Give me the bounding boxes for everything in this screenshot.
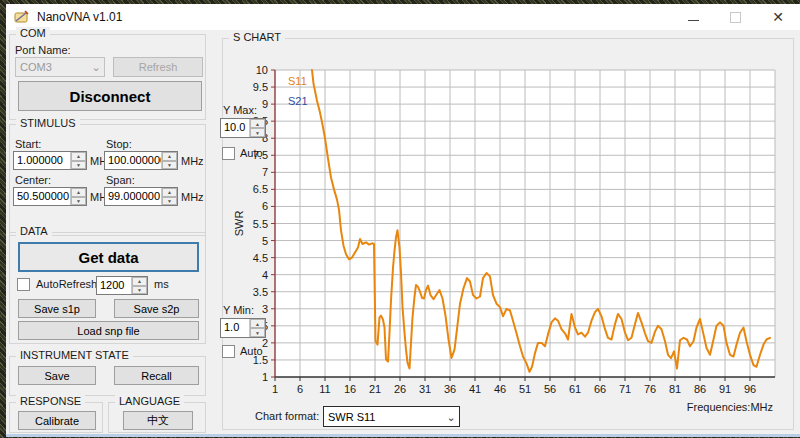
- spin-down-icon[interactable]: ▼: [132, 286, 147, 295]
- spin-up-icon[interactable]: ▲: [250, 119, 265, 128]
- svg-text:4: 4: [262, 269, 268, 281]
- svg-text:S11: S11: [288, 75, 307, 87]
- span-spinner[interactable]: 99.000000 ▲▼: [104, 187, 178, 206]
- svg-text:86: 86: [694, 383, 706, 395]
- interval-value[interactable]: 1200: [97, 277, 131, 294]
- span-label: Span:: [106, 174, 135, 186]
- language-group-label: LANGUAGE: [115, 395, 184, 407]
- spin-down-icon[interactable]: ▼: [162, 197, 177, 206]
- svg-text:6.5: 6.5: [253, 183, 268, 195]
- language-group: LANGUAGE 中文: [108, 402, 206, 433]
- calibrate-button-label: Calibrate: [35, 415, 79, 427]
- interval-unit-label: ms: [154, 278, 169, 290]
- window-title: NanoVNA v1.01: [37, 10, 122, 24]
- y-max-spinner[interactable]: 10.0 ▲▼: [220, 118, 266, 138]
- state-recall-button[interactable]: Recall: [114, 366, 199, 385]
- y-max-value[interactable]: 10.0: [221, 119, 249, 137]
- svg-text:71: 71: [619, 383, 631, 395]
- svg-text:9: 9: [262, 98, 268, 110]
- language-button[interactable]: 中文: [123, 411, 193, 430]
- svg-text:76: 76: [644, 383, 656, 395]
- svg-text:51: 51: [519, 383, 531, 395]
- center-value[interactable]: 50.500000: [14, 188, 70, 205]
- spin-up-icon[interactable]: ▲: [162, 152, 177, 161]
- spin-up-icon[interactable]: ▲: [132, 277, 147, 286]
- port-select-value: COM3: [16, 61, 88, 73]
- y-max-auto-checkbox[interactable]: [222, 147, 235, 160]
- get-data-button-label: Get data: [78, 249, 138, 266]
- interval-spinner[interactable]: 1200 ▲▼: [96, 276, 148, 295]
- chart-format-select[interactable]: SWR S11 ⌄: [323, 406, 460, 427]
- maximize-icon: [730, 12, 741, 23]
- spin-up-icon[interactable]: ▲: [250, 319, 265, 328]
- response-group: RESPONSE Calibrate: [9, 402, 103, 433]
- spin-down-icon[interactable]: ▼: [71, 161, 86, 170]
- close-icon: ✕: [772, 9, 784, 25]
- y-min-spinner[interactable]: 1.0 ▲▼: [220, 318, 266, 338]
- svg-text:3.5: 3.5: [253, 286, 268, 298]
- spin-up-icon[interactable]: ▲: [71, 152, 86, 161]
- state-save-button[interactable]: Save: [18, 366, 96, 385]
- svg-text:66: 66: [594, 383, 606, 395]
- language-button-label: 中文: [147, 413, 169, 428]
- svg-text:2: 2: [262, 337, 268, 349]
- state-save-label: Save: [44, 370, 69, 382]
- swr-chart: 11.522.533.544.555.566.577.588.599.51016…: [229, 56, 795, 428]
- span-value[interactable]: 99.000000: [105, 188, 161, 205]
- save-s1p-button[interactable]: Save s1p: [18, 299, 96, 318]
- stimulus-group-label: STIMULUS: [16, 117, 80, 129]
- refresh-button-label: Refresh: [139, 61, 178, 73]
- svg-text:S21: S21: [288, 95, 308, 107]
- y-min-auto-checkbox[interactable]: [222, 345, 235, 358]
- stop-label: Stop:: [106, 138, 132, 150]
- disconnect-button[interactable]: Disconnect: [18, 81, 202, 111]
- stop-spinner[interactable]: 100.000000 ▲▼: [104, 151, 178, 170]
- svg-text:10: 10: [256, 64, 268, 76]
- data-group-label: DATA: [16, 225, 52, 237]
- svg-text:91: 91: [719, 383, 731, 395]
- spin-down-icon[interactable]: ▼: [250, 128, 265, 137]
- spin-down-icon[interactable]: ▼: [250, 328, 265, 337]
- start-value[interactable]: 1.000000: [14, 152, 70, 169]
- svg-text:96: 96: [744, 383, 756, 395]
- maximize-button[interactable]: [714, 4, 756, 30]
- y-max-label: Y Max:: [223, 104, 257, 116]
- spin-up-icon[interactable]: ▲: [162, 188, 177, 197]
- y-min-value[interactable]: 1.0: [221, 319, 249, 337]
- start-spinner[interactable]: 1.000000 ▲▼: [13, 151, 87, 170]
- calibrate-button[interactable]: Calibrate: [18, 411, 96, 430]
- svg-text:61: 61: [569, 383, 581, 395]
- app-window: NanoVNA v1.01 ✕ COM Port Name: COM3 ⌄ Re…: [6, 4, 800, 437]
- instrument-state-group-label: INSTRUMENT STATE: [16, 349, 133, 361]
- save-s2p-label: Save s2p: [134, 303, 180, 315]
- spin-down-icon[interactable]: ▼: [71, 197, 86, 206]
- com-group-label: COM: [16, 27, 50, 39]
- spin-up-icon[interactable]: ▲: [71, 188, 86, 197]
- chevron-down-icon: ⌄: [443, 412, 459, 422]
- close-button[interactable]: ✕: [756, 4, 800, 30]
- svg-text:31: 31: [419, 383, 431, 395]
- port-select[interactable]: COM3 ⌄: [15, 57, 105, 77]
- svg-text:81: 81: [669, 383, 681, 395]
- refresh-button[interactable]: Refresh: [113, 57, 203, 77]
- minimize-button[interactable]: [672, 4, 714, 30]
- svg-text:21: 21: [369, 383, 381, 395]
- load-snp-label: Load snp file: [77, 325, 139, 337]
- spin-down-icon[interactable]: ▼: [162, 161, 177, 170]
- autorefresh-checkbox[interactable]: [17, 278, 30, 291]
- svg-text:56: 56: [544, 383, 556, 395]
- center-spinner[interactable]: 50.500000 ▲▼: [13, 187, 87, 206]
- save-s2p-button[interactable]: Save s2p: [114, 299, 199, 318]
- svg-text:7: 7: [262, 166, 268, 178]
- svg-text:9.5: 9.5: [253, 81, 268, 93]
- chart-format-label: Chart format:: [255, 410, 319, 422]
- svg-text:6: 6: [262, 200, 268, 212]
- stop-value[interactable]: 100.000000: [105, 152, 161, 169]
- center-label: Center:: [15, 174, 51, 186]
- com-group: COM Port Name: COM3 ⌄ Refresh Disconnect: [9, 34, 206, 120]
- load-snp-button[interactable]: Load snp file: [18, 321, 199, 340]
- get-data-button[interactable]: Get data: [18, 242, 199, 272]
- svg-text:1: 1: [272, 383, 278, 395]
- app-icon: [14, 9, 30, 25]
- svg-text:11: 11: [319, 383, 330, 395]
